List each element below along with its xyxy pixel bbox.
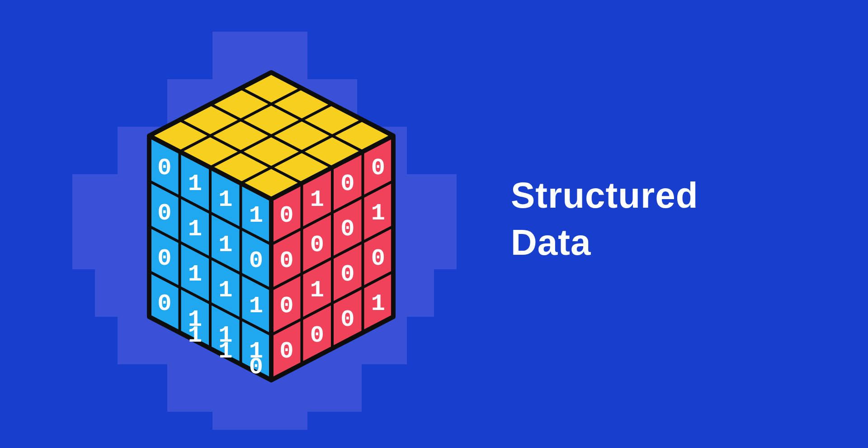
right-digit: 0 bbox=[310, 322, 324, 349]
left-digit: 1 bbox=[218, 338, 232, 365]
left-digit: 1 bbox=[218, 186, 232, 213]
left-digit: 0 bbox=[249, 354, 263, 381]
left-digit: 1 bbox=[249, 293, 263, 319]
right-digit: 0 bbox=[279, 202, 293, 229]
left-digit: 0 bbox=[249, 248, 263, 274]
left-digit: 1 bbox=[218, 277, 232, 304]
left-digit: 1 bbox=[188, 261, 202, 288]
left-digit: 0 bbox=[157, 245, 171, 272]
left-digit: 1 bbox=[249, 202, 263, 229]
left-digit: 1 bbox=[218, 232, 232, 258]
right-digit: 0 bbox=[371, 155, 385, 181]
left-digit: 1 bbox=[188, 171, 202, 197]
right-digit: 1 bbox=[310, 186, 324, 213]
binary-data-cube: 0 0 0 0 1 1 1 1 1 1 1 1 1 0 1 1 1 1 0 bbox=[108, 45, 434, 416]
right-digit: 0 bbox=[279, 248, 293, 274]
title-line-2: Data bbox=[511, 219, 698, 266]
right-digit: 1 bbox=[310, 277, 324, 304]
right-digit: 0 bbox=[340, 306, 354, 333]
right-digit: 1 bbox=[371, 200, 385, 227]
title-line-1: Structured bbox=[511, 172, 698, 219]
left-digit: 0 bbox=[157, 291, 171, 317]
right-digit: 1 bbox=[371, 291, 385, 317]
hero-title: Structured Data bbox=[511, 172, 698, 266]
left-digit: 0 bbox=[157, 155, 171, 181]
right-digit: 0 bbox=[279, 293, 293, 319]
right-digit: 0 bbox=[310, 232, 324, 258]
left-digit: 1 bbox=[188, 216, 202, 243]
left-digit: 0 bbox=[157, 200, 171, 227]
left-digit: 1 bbox=[188, 322, 202, 349]
right-digit: 0 bbox=[279, 338, 293, 365]
right-digit: 0 bbox=[371, 245, 385, 272]
right-digit: 0 bbox=[340, 171, 354, 197]
right-digit: 0 bbox=[340, 216, 354, 243]
right-digit: 0 bbox=[340, 261, 354, 288]
